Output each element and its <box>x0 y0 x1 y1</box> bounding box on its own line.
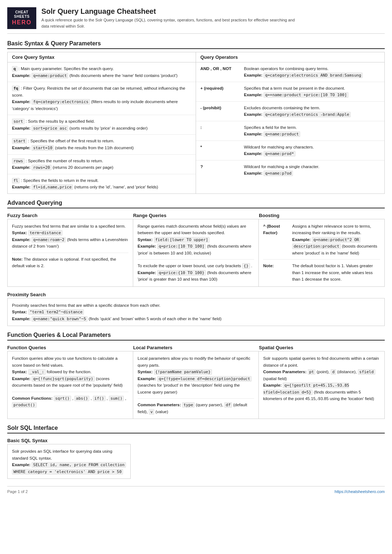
boosting-entry2: Note: The default boost factor is 1. Val… <box>263 262 380 282</box>
proximity-col: Proximity searches find terms that are w… <box>7 298 385 326</box>
op-colon: : Specifies a field for the term.Example… <box>196 121 384 141</box>
spatial-entry1: Solr supports spatial queries to find do… <box>263 355 380 402</box>
range-label: Range Queries <box>133 211 259 219</box>
core-query-table: Core Query Syntax q : Main query paramet… <box>7 52 385 194</box>
function-queries-heading: Function Queries & Local Parameters <box>7 332 385 341</box>
function-col: Function queries allow you to use functi… <box>8 351 133 419</box>
fuzzy-entry1: Fuzzy searches find terms that are simil… <box>12 223 128 253</box>
core-fq-entry: fq : Filter Query. Restricts the set of … <box>8 82 196 115</box>
sql-content: Solr provides an SQL interface for query… <box>7 444 131 479</box>
code-q: q <box>12 66 17 71</box>
header-content: Solr Query Language Cheatsheet A quick r… <box>41 7 295 29</box>
core-sort-entry: sort : Sorts the results by a specified … <box>8 115 196 135</box>
page-subtitle: A quick reference guide to the Solr Quer… <box>41 17 295 29</box>
local-params-label: Local Parameters <box>133 343 259 351</box>
local-col: Local parameters allow you to modify the… <box>133 351 259 419</box>
page-number: Page 1 of 2 <box>7 489 28 494</box>
core-q-entry: q : Main query parameter. Specifies the … <box>8 62 196 82</box>
footer-link[interactable]: https://cheatsheetshero.com <box>335 489 385 494</box>
core-start-entry: start : Specifies the offset of the firs… <box>8 135 196 154</box>
fuzzy-col: Fuzzy searches find terms that are simil… <box>8 219 133 286</box>
logo-middle-text: SHEETS <box>14 15 29 19</box>
fuzzy-entry2: Note: The distance value is optional. If… <box>12 256 128 269</box>
logo-hero-text: HERO <box>12 19 32 26</box>
page-title: Solr Query Language Cheatsheet <box>41 7 295 16</box>
solr-sql-heading: Solr SQL Interface <box>7 425 385 433</box>
page-header: CHEAT SHEETS HERO Solr Query Language Ch… <box>7 7 385 34</box>
core-q-desc: : Main query parameter. Specifies the se… <box>19 66 114 71</box>
adv-labels: Fuzzy Search Range Queries Boosting <box>7 211 385 219</box>
query-operators-label: Query Operators <box>196 52 384 62</box>
adv-content: Fuzzy searches find terms that are simil… <box>7 219 385 287</box>
op-minus: - (prohibit) Excludes documents containi… <box>196 102 384 121</box>
page-footer: Page 1 of 2 https://cheatsheetshero.com <box>7 486 385 494</box>
basic-sql-label: Basic SQL Syntax <box>7 436 385 444</box>
range-col: Range queries match documents whose fiel… <box>133 219 259 286</box>
boosting-label: Boosting <box>259 211 385 219</box>
op-plus: + (required) Specifies that a term must … <box>196 82 384 102</box>
logo: CHEAT SHEETS HERO <box>7 7 36 29</box>
func-labels: Function Queries Local Parameters Spatia… <box>7 343 385 351</box>
local-entry1: Local parameters allow you to modify the… <box>138 355 254 399</box>
fuzzy-label: Fuzzy Search <box>7 211 133 219</box>
proximity-label: Proximity Search <box>7 290 385 298</box>
op-question: ? Wildcard for matching a single charact… <box>196 160 384 180</box>
local-entry2: Common Parameters: type (query parser), … <box>138 402 254 415</box>
core-query-col: Core Query Syntax q : Main query paramet… <box>8 52 196 194</box>
query-operators-col: Query Operators AND , OR , NOT Boolean o… <box>196 52 384 194</box>
func-content: Function queries allow you to use functi… <box>7 351 385 419</box>
basic-syntax-heading: Basic Syntax & Query Parameters <box>7 40 385 49</box>
boosting-col: ^ (BoostFactor) Assigns a higher relevan… <box>259 219 384 286</box>
spatial-col: Solr supports spatial queries to find do… <box>259 351 384 419</box>
func-entry1: Function queries allow you to use functi… <box>12 355 128 392</box>
core-rows-entry: rows : Specifies the number of results t… <box>8 155 196 174</box>
boosting-entry1: ^ (BoostFactor) Assigns a higher relevan… <box>263 223 380 260</box>
func-entry2: Common Functions: sqrt() , abs() , if() … <box>12 395 128 408</box>
op-and-or: AND , OR , NOT Boolean operators for com… <box>196 62 384 82</box>
function-queries-label: Function Queries <box>7 343 133 351</box>
advanced-querying-heading: Advanced Querying <box>7 200 385 208</box>
core-fl-entry: fl : Specifies the fields to return in t… <box>8 174 196 194</box>
spatial-queries-label: Spatial Queries <box>259 343 385 351</box>
range-entry1: Range queries match documents whose fiel… <box>138 223 254 260</box>
core-query-label: Core Query Syntax <box>8 52 196 62</box>
range-entry2: To exclude the upper or lower bound, use… <box>138 262 254 283</box>
logo-top-text: CHEAT <box>15 10 28 15</box>
op-star: * Wildcard for matching any characters.E… <box>196 141 384 160</box>
